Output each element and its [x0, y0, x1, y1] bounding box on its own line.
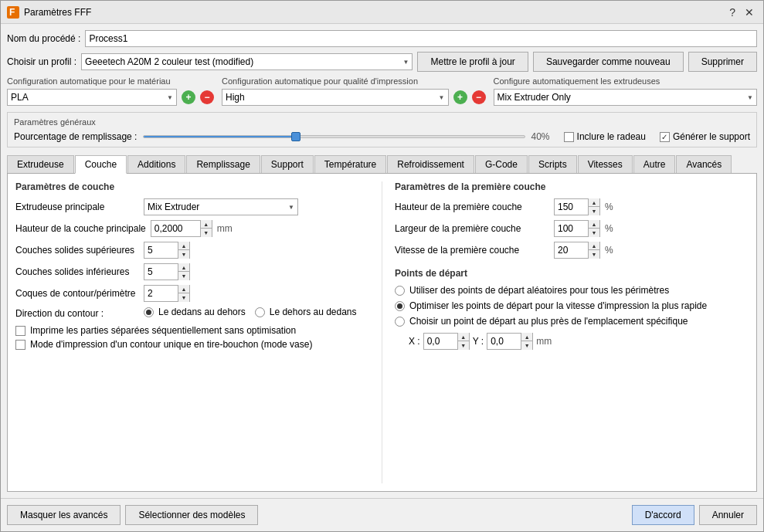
- process-name-input[interactable]: [85, 30, 757, 47]
- first-layer-width-input[interactable]: ▲ ▼: [554, 220, 600, 237]
- generate-support-label: Générer le support: [673, 131, 750, 142]
- layer-height-up[interactable]: ▲: [201, 220, 212, 229]
- fill-slider-track[interactable]: [143, 135, 525, 138]
- main-window: F Paramètres FFF ? ✕ Nom du procédé : Ch…: [0, 0, 764, 532]
- shells-input[interactable]: ▲ ▼: [144, 285, 190, 302]
- quality-add-button[interactable]: +: [453, 90, 467, 104]
- tab-gcode[interactable]: G-Code: [475, 155, 528, 173]
- first-layer-width-label: Largeur de la première couche: [395, 223, 549, 234]
- select-models-button[interactable]: Sélectionner des modèles: [125, 505, 258, 525]
- extruder-config-section: Configure automatiquement les extrudeuse…: [494, 76, 758, 106]
- solid-bottom-down[interactable]: ▼: [178, 272, 189, 280]
- tab-refroidissement[interactable]: Refroidissement: [387, 155, 474, 173]
- fill-percent-value: 40%: [531, 131, 550, 142]
- quality-combo[interactable]: High ▼: [222, 89, 449, 106]
- tab-additions[interactable]: Additions: [127, 155, 185, 173]
- x-input[interactable]: ▲ ▼: [423, 333, 470, 350]
- y-up[interactable]: ▲: [521, 333, 532, 341]
- y-input[interactable]: ▲ ▼: [487, 333, 533, 350]
- direction-inside-out-radio[interactable]: [144, 307, 154, 317]
- ok-button[interactable]: D'accord: [632, 505, 694, 525]
- solid-bottom-input[interactable]: ▲ ▼: [144, 263, 190, 280]
- layer-height-row: Hauteur de la couche principale ▲ ▼ mm: [15, 220, 369, 237]
- delete-profile-button[interactable]: Supprimer: [688, 52, 757, 72]
- first-layer-width-up[interactable]: ▲: [589, 220, 599, 229]
- material-config-label: Configuration automatique pour le matéri…: [7, 76, 214, 86]
- tab-remplissage[interactable]: Remplissage: [186, 155, 260, 173]
- y-down[interactable]: ▼: [521, 341, 532, 350]
- sequential-checkbox[interactable]: [15, 326, 25, 336]
- save-new-profile-button[interactable]: Sauvegarder comme nouveau: [533, 52, 684, 72]
- solid-bottom-up[interactable]: ▲: [178, 263, 189, 272]
- tab-vitesses[interactable]: Vitesses: [578, 155, 633, 173]
- profile-arrow-icon: ▼: [403, 59, 409, 66]
- shells-field[interactable]: [144, 288, 178, 299]
- extruder-combo[interactable]: Mix Extruder Only ▼: [494, 89, 758, 106]
- quality-value: High: [226, 92, 439, 103]
- include-raft-checkbox[interactable]: [564, 132, 574, 142]
- material-combo[interactable]: PLA ▼: [7, 89, 177, 106]
- direction-inside-out-row: Le dedans au dehors: [144, 307, 246, 317]
- start-optimize-radio[interactable]: [395, 301, 405, 311]
- first-layer-speed-field[interactable]: [555, 245, 588, 256]
- y-label: Y :: [473, 336, 484, 347]
- material-arrow-icon: ▼: [167, 94, 173, 101]
- start-random-radio[interactable]: [395, 286, 405, 296]
- shells-label: Coques de contour/périmètre: [15, 288, 139, 299]
- first-layer-height-field[interactable]: [555, 202, 588, 212]
- fill-slider-thumb[interactable]: [291, 132, 301, 141]
- xy-unit: mm: [536, 336, 552, 347]
- first-layer-speed-up[interactable]: ▲: [589, 242, 599, 250]
- main-extruder-combo[interactable]: Mix Extruder ▼: [144, 198, 298, 215]
- layer-height-field[interactable]: [151, 223, 200, 234]
- hide-advanced-button[interactable]: Masquer les avancés: [7, 505, 121, 525]
- close-button[interactable]: ✕: [742, 6, 757, 19]
- main-extruder-label: Extrudeuse principale: [15, 202, 139, 212]
- cancel-button[interactable]: Annuler: [699, 505, 757, 525]
- tab-support[interactable]: Support: [261, 155, 314, 173]
- tab-couche[interactable]: Couche: [75, 155, 127, 174]
- layer-height-down[interactable]: ▼: [201, 229, 212, 237]
- first-layer-height-down[interactable]: ▼: [589, 207, 599, 215]
- tab-autre[interactable]: Autre: [633, 155, 676, 173]
- tab-scripts[interactable]: Scripts: [528, 155, 577, 173]
- layer-height-input[interactable]: ▲ ▼: [151, 220, 212, 237]
- shells-down[interactable]: ▼: [178, 293, 189, 302]
- tabs-bar: Extrudeuse Couche Additions Remplissage …: [7, 155, 757, 174]
- vase-checkbox[interactable]: [15, 340, 25, 350]
- profile-row: Choisir un profil : Geeetech A20M 2 coul…: [7, 52, 757, 72]
- layer-params-title: Paramètres de couche: [15, 181, 369, 192]
- first-layer-speed-down[interactable]: ▼: [589, 250, 599, 259]
- solid-top-input[interactable]: ▲ ▼: [144, 242, 190, 259]
- shells-row: Coques de contour/périmètre ▲ ▼: [15, 285, 369, 302]
- solid-top-field[interactable]: [144, 245, 178, 256]
- x-up[interactable]: ▲: [458, 333, 469, 341]
- tab-avances[interactable]: Avancés: [676, 155, 732, 173]
- material-remove-button[interactable]: −: [200, 90, 214, 104]
- main-content: Nom du procédé : Choisir un profil : Gee…: [1, 24, 763, 498]
- solid-top-up[interactable]: ▲: [178, 242, 189, 250]
- x-down[interactable]: ▼: [458, 341, 469, 350]
- material-add-button[interactable]: +: [182, 90, 195, 104]
- solid-bottom-field[interactable]: [144, 266, 178, 277]
- quality-remove-button[interactable]: −: [472, 90, 486, 104]
- first-layer-height-up[interactable]: ▲: [589, 198, 599, 207]
- y-field[interactable]: [487, 336, 521, 347]
- help-button[interactable]: ?: [726, 6, 739, 19]
- first-layer-height-input[interactable]: ▲ ▼: [554, 198, 600, 215]
- solid-top-down[interactable]: ▼: [178, 250, 189, 259]
- start-points-title: Points de départ: [395, 268, 749, 279]
- x-field[interactable]: [424, 336, 457, 347]
- update-profile-button[interactable]: Mettre le profil à jour: [417, 52, 528, 72]
- first-layer-width-field[interactable]: [555, 223, 588, 234]
- direction-outside-in-radio[interactable]: [255, 307, 265, 317]
- profile-combo[interactable]: Geeetech A20M 2 couleur test (modified) …: [81, 53, 413, 70]
- start-nearest-radio[interactable]: [395, 317, 405, 327]
- generate-support-checkbox[interactable]: [660, 132, 670, 142]
- tab-extrudeuse[interactable]: Extrudeuse: [7, 155, 74, 173]
- first-layer-width-down[interactable]: ▼: [589, 229, 599, 237]
- direction-outside-in-label: Le dehors au dedans: [270, 307, 357, 317]
- tab-temperature[interactable]: Température: [314, 155, 386, 173]
- first-layer-speed-input[interactable]: ▲ ▼: [554, 242, 600, 259]
- shells-up[interactable]: ▲: [178, 285, 189, 293]
